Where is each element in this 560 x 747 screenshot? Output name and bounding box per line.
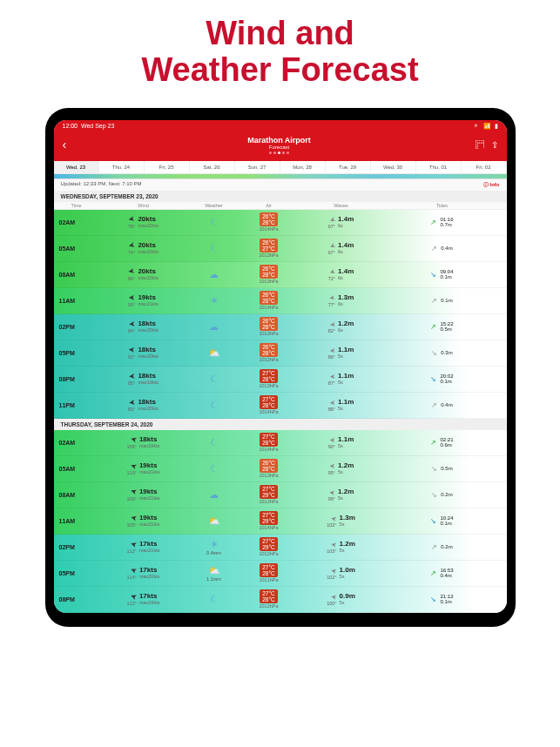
day-tab[interactable]: Wed, 23 (54, 161, 99, 173)
cell-tides: ↘ 20:020.1m (385, 374, 500, 385)
cell-wind: ➤ 110° 19ktsmax21kts (99, 461, 188, 475)
cell-time: 02PM (54, 324, 99, 330)
info-button[interactable]: ⓘInfo (483, 181, 500, 189)
cell-time: 05PM (54, 570, 99, 576)
forecast-row[interactable]: 08PM ➤ 112° 17ktsmax19kts ☾ 27°C28°C 101… (54, 587, 507, 613)
forecast-row[interactable]: 05AM ➤ 74° 20ktsmax22kts ☾ 26°C27°C 1013… (54, 236, 507, 262)
forecast-row[interactable]: 02AM ➤ 106° 18ktsmax19kts ☾ 27°C28°C 101… (54, 430, 507, 456)
cell-weather: ⛅ (188, 347, 240, 359)
weather-icon: ☾ (210, 243, 219, 253)
wave-direction-icon: ➤ (329, 398, 335, 406)
cell-weather: ☾ (188, 594, 240, 605)
cell-waves: ➤ 88° 1.1m5s (298, 399, 385, 412)
wave-direction-icon: ➤ (330, 540, 338, 548)
day-tab[interactable]: Fri, 02 (462, 161, 507, 173)
tide-icon: ↘ (431, 465, 437, 473)
headline-1: Wind and (0, 16, 560, 52)
cell-waves: ➤ 99° 1.2m5s (298, 488, 385, 501)
cell-wind: ➤ 85° 18ktsmax19kts (99, 372, 188, 386)
signal-icon: 📶 (483, 123, 491, 130)
cell-time: 05AM (54, 246, 99, 252)
day-tab[interactable]: Mon, 28 (280, 161, 326, 173)
cell-time: 08PM (54, 596, 99, 602)
cell-weather: ☁ (188, 269, 240, 280)
cell-weather: ☾ (188, 217, 240, 228)
forecast-row[interactable]: 02AM ➤ 78° 20ktsmax22kts ☾ 26°C28°C 1014… (54, 210, 507, 236)
forecast-row[interactable]: 08AM ➤ 109° 19ktsmax21kts ☁ 27°C29°C 101… (54, 482, 507, 508)
wind-direction-icon: ➤ (127, 240, 136, 251)
forecast-row[interactable]: 11AM ➤ 105° 19ktsmax21kts ⛅ 27°C29°C 101… (54, 508, 507, 535)
forecast-row[interactable]: 08PM ➤ 85° 18ktsmax19kts ☾ 27°C28°C 1013… (54, 367, 507, 393)
share-icon[interactable]: ⇪ (491, 140, 498, 150)
day-tab[interactable]: Tue, 29 (326, 161, 371, 173)
tide-icon: ↗ (431, 297, 437, 305)
weather-icon: ⛅ (208, 347, 220, 358)
cell-tides: ↘ 21:120.1m (385, 594, 500, 605)
forecast-row[interactable]: 11AM ➤ 90° 19ktsmax21kts ☀ 26°C28°C 1014… (54, 288, 507, 314)
day-tab[interactable]: Sat, 26 (190, 161, 235, 173)
wave-direction-icon: ➤ (329, 346, 336, 353)
forecast-row[interactable]: 02PM ➤ 112° 17ktsmax21kts ☀ 0.4mm 27°C29… (54, 535, 507, 561)
cell-air: 26°C27°C 1013hPa (240, 239, 298, 258)
cell-wind: ➤ 109° 19ktsmax21kts (99, 488, 188, 501)
cell-waves: ➤ 82° 1.2m6s (298, 320, 385, 333)
cell-air: 27°C28°C 1014hPa (240, 395, 298, 414)
cell-tides: ↗ 01:160.7m (385, 217, 500, 228)
wave-direction-icon: ➤ (330, 566, 338, 575)
cell-weather: ☁ (188, 489, 240, 501)
tablet-frame: 12:00 Wed Sep 23 ᯤ 📶 ▮ ‹ Marathon Airpor… (45, 108, 516, 627)
headline-2: Weather Forecast (0, 52, 560, 89)
day-tab[interactable]: Wed, 30 (371, 161, 416, 173)
cell-air: 27°C28°C 1012hPa (240, 589, 298, 609)
cell-waves: ➤ 87° 1.1m5s (298, 373, 385, 386)
tide-icon: ↘ (431, 349, 437, 357)
tide-icon: ↗ (431, 401, 437, 409)
wave-direction-icon: ➤ (328, 488, 335, 496)
cell-wind: ➤ 92° 18ktsmax20kts (99, 346, 188, 360)
cell-waves: ➤ 102° 1.3m5s (298, 515, 385, 528)
cell-tides: ↗ 16:530.4m (385, 568, 500, 579)
day-tab[interactable]: Thu, 01 (416, 161, 462, 173)
day-tab[interactable]: Sun, 27 (235, 161, 280, 173)
status-bar: 12:00 Wed Sep 23 ᯤ 📶 ▮ (54, 120, 507, 132)
forecast-row[interactable]: 05AM ➤ 110° 19ktsmax21kts ☾ 26°C28°C 101… (54, 456, 507, 482)
cell-air: 27°C28°C 1013hPa (240, 369, 298, 388)
wave-direction-icon: ➤ (328, 293, 336, 302)
wind-direction-icon: ➤ (128, 320, 136, 329)
cell-time: 02PM (54, 544, 99, 550)
cell-waves: ➤ 67° 1.4m6s (298, 242, 385, 255)
weather-icon: ☁ (209, 321, 219, 332)
back-button[interactable]: ‹ (63, 138, 84, 151)
day-tab[interactable]: Thu, 24 (99, 161, 145, 173)
day-section-header: WEDNESDAY, SEPTEMBER 23, 2020 (54, 191, 507, 202)
wind-direction-icon: ➤ (127, 214, 136, 224)
cell-wind: ➤ 84° 18ktsmax20kts (99, 320, 188, 333)
forecast-row[interactable]: 08AM ➤ 80° 20ktsmax22kts ☁ 26°C28°C 1013… (54, 262, 507, 288)
cell-air: 27°C29°C 1012hPa (240, 485, 298, 504)
update-text: Updated: 12:33 PM, Next: 7:10 PM (61, 181, 142, 189)
forecast-row[interactable]: 11PM ➤ 83° 18ktsmax20kts ☾ 27°C28°C 1014… (54, 393, 507, 419)
cell-tides: ↗ 0.2m (385, 543, 500, 551)
cell-weather: ☾ (188, 437, 240, 448)
cell-time: 02AM (54, 440, 99, 446)
cell-wind: ➤ 112° 17ktsmax19kts (99, 592, 188, 606)
weather-icon: ☁ (209, 269, 219, 279)
wave-direction-icon: ➤ (328, 241, 337, 251)
forecast-row[interactable]: 05PM ➤ 114° 17ktsmax20kts ⛅ 1.1mm 27°C28… (54, 561, 507, 587)
cell-wind: ➤ 80° 20ktsmax22kts (99, 267, 188, 281)
forecast-row[interactable]: 02PM ➤ 84° 18ktsmax20kts ☁ 26°C28°C 1013… (54, 314, 507, 340)
info-icon: ⓘ (483, 181, 489, 189)
weather-icon: ⛅ (208, 565, 220, 575)
map-icon[interactable]: ⿸ (476, 140, 484, 150)
cell-time: 11AM (54, 518, 99, 524)
tide-icon: ↗ (431, 245, 437, 252)
column-headers: TimeWindWeather AirWavesTides (54, 202, 507, 210)
weather-icon: ☾ (210, 374, 219, 384)
forecast-row[interactable]: 05PM ➤ 92° 18ktsmax20kts ⛅ 26°C28°C 1012… (54, 340, 507, 367)
cell-waves: ➤ 90° 1.1m5s (298, 436, 385, 449)
cell-time: 08AM (54, 492, 99, 498)
tide-icon: ↘ (430, 517, 436, 525)
cell-time: 05PM (54, 350, 99, 356)
day-tab[interactable]: Fri, 25 (145, 161, 190, 173)
cell-wind: ➤ 106° 18ktsmax19kts (99, 435, 188, 449)
